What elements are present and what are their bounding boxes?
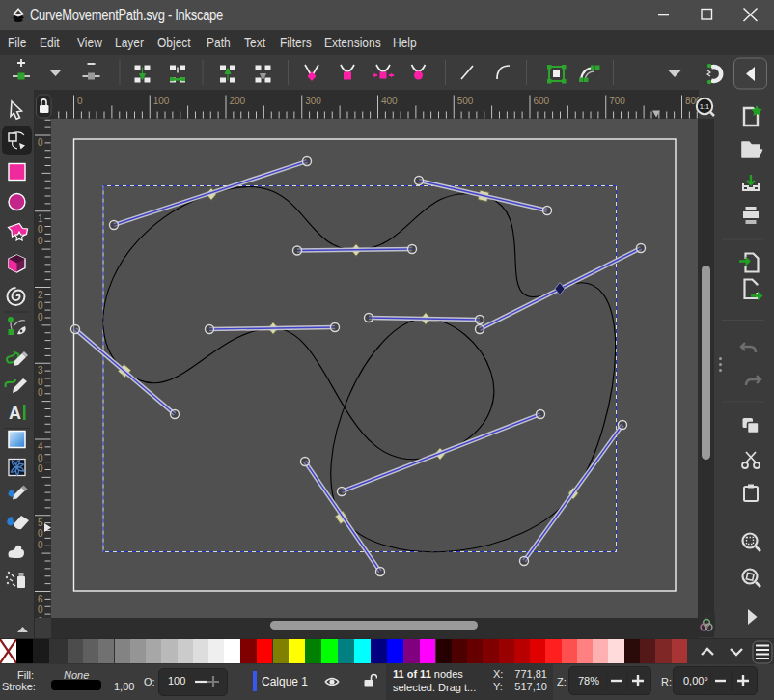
svg-text:6: 6 <box>38 594 43 604</box>
svg-text:5: 5 <box>38 518 43 528</box>
svg-text:2: 2 <box>38 290 43 300</box>
svg-text:0: 0 <box>38 528 43 539</box>
svg-text:500: 500 <box>457 96 474 106</box>
svg-text:100: 100 <box>153 96 170 106</box>
svg-text:0: 0 <box>38 312 43 322</box>
svg-text:4: 4 <box>38 441 43 452</box>
svg-text:700: 700 <box>609 96 625 106</box>
svg-text:200: 200 <box>230 96 246 106</box>
svg-text:300: 300 <box>305 96 321 106</box>
svg-text:0: 0 <box>38 137 43 148</box>
svg-text:0: 0 <box>38 540 43 550</box>
svg-text:0: 0 <box>38 377 43 387</box>
svg-text:0: 0 <box>38 453 43 463</box>
svg-text:0: 0 <box>38 300 43 311</box>
svg-text:0: 0 <box>38 604 43 615</box>
svg-text:400: 400 <box>381 96 398 106</box>
svg-text:600: 600 <box>534 96 550 106</box>
svg-text:3: 3 <box>38 365 43 376</box>
svg-text:1:1: 1:1 <box>700 102 709 111</box>
svg-text:A: A <box>9 404 21 423</box>
svg-text:1: 1 <box>38 213 43 224</box>
svg-text:0: 0 <box>38 236 43 246</box>
svg-text:0: 0 <box>38 224 43 235</box>
svg-text:0: 0 <box>38 387 43 398</box>
svg-text:0: 0 <box>38 616 43 619</box>
svg-text:0: 0 <box>77 96 83 106</box>
svg-text:0: 0 <box>38 463 43 474</box>
